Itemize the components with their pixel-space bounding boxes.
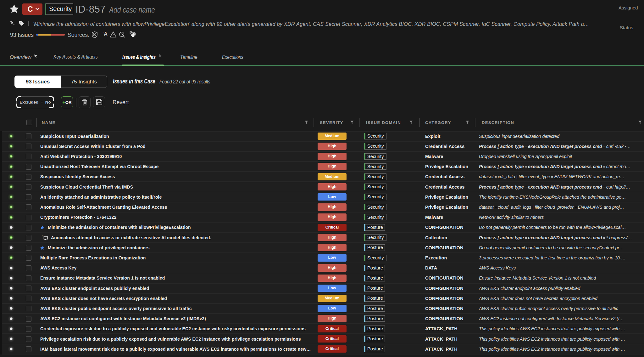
svg-text:“: “ xyxy=(42,235,44,238)
